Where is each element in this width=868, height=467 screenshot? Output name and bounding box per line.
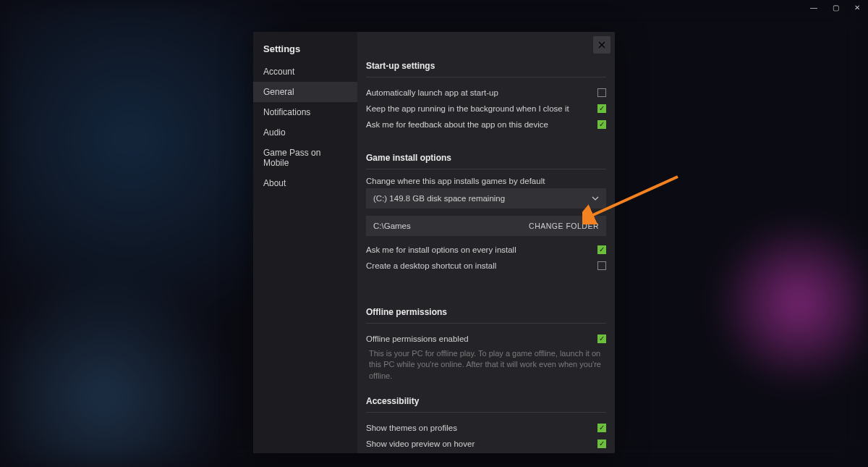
offline-subtext: This is your PC for offline play. To pla… bbox=[366, 347, 606, 382]
maximize-button[interactable]: ▢ bbox=[825, 0, 846, 14]
sidebar-item-about[interactable]: About bbox=[253, 173, 357, 193]
label-feedback: Ask me for feedback about the app on thi… bbox=[366, 120, 597, 129]
checkbox-desktop-shortcut[interactable] bbox=[597, 261, 606, 270]
section-startup: Start-up settings Automatically launch a… bbox=[366, 61, 606, 132]
settings-dialog: Settings Account General Notifications A… bbox=[253, 32, 615, 453]
section-title-startup: Start-up settings bbox=[366, 61, 606, 77]
row-show-themes: Show themes on profiles bbox=[366, 420, 606, 436]
checkbox-show-themes[interactable] bbox=[597, 424, 606, 432]
sidebar-item-audio[interactable]: Audio bbox=[253, 122, 357, 143]
sidebar-item-notifications[interactable]: Notifications bbox=[253, 102, 357, 122]
row-ask-install: Ask me for install options on every inst… bbox=[366, 242, 606, 258]
row-desktop-shortcut: Create a desktop shortcut on install bbox=[366, 258, 606, 274]
label-ask-install: Ask me for install options on every inst… bbox=[366, 245, 597, 254]
row-keep-running: Keep the app running in the background w… bbox=[366, 101, 606, 117]
close-icon bbox=[598, 41, 605, 49]
checkbox-offline-enabled[interactable] bbox=[597, 335, 606, 343]
sidebar-item-account[interactable]: Account bbox=[253, 62, 357, 82]
drive-selected-label: (C:) 149.8 GB disk space remaining bbox=[373, 194, 505, 203]
change-folder-button[interactable]: CHANGE FOLDER bbox=[529, 222, 599, 230]
row-video-preview: Show video preview on hover bbox=[366, 436, 606, 452]
row-offline-enabled: Offline permissions enabled bbox=[366, 331, 606, 347]
minimize-button[interactable]: — bbox=[803, 0, 825, 14]
label-offline-enabled: Offline permissions enabled bbox=[366, 335, 597, 343]
section-title-offline: Offline permissions bbox=[366, 307, 606, 324]
checkbox-ask-install[interactable] bbox=[597, 245, 606, 254]
label-show-themes: Show themes on profiles bbox=[366, 424, 597, 432]
sidebar-item-general[interactable]: General bbox=[253, 82, 357, 102]
window-controls: — ▢ ✕ bbox=[803, 0, 868, 14]
install-folder-path: C:\Games bbox=[373, 222, 411, 230]
checkbox-auto-launch[interactable] bbox=[597, 88, 606, 97]
section-accessibility: Accessibility Show themes on profiles Sh… bbox=[366, 396, 606, 453]
chevron-down-icon bbox=[592, 195, 599, 202]
window-close-button[interactable]: ✕ bbox=[846, 0, 868, 14]
dialog-close-button[interactable] bbox=[593, 36, 610, 54]
row-feedback: Ask me for feedback about the app on thi… bbox=[366, 117, 606, 132]
settings-sidebar: Settings Account General Notifications A… bbox=[253, 32, 357, 453]
label-auto-launch: Automatically launch app at start-up bbox=[366, 88, 597, 97]
label-keep-running: Keep the app running in the background w… bbox=[366, 104, 597, 113]
section-install: Game install options Change where this a… bbox=[366, 153, 606, 274]
dialog-title: Settings bbox=[253, 43, 357, 62]
install-folder-row: C:\Games CHANGE FOLDER bbox=[366, 216, 606, 236]
section-title-accessibility: Accessibility bbox=[366, 396, 606, 413]
section-title-install: Game install options bbox=[366, 153, 606, 169]
checkbox-feedback[interactable] bbox=[597, 120, 606, 129]
section-offline: Offline permissions Offline permissions … bbox=[366, 307, 606, 382]
sidebar-item-gamepass-mobile[interactable]: Game Pass on Mobile bbox=[253, 143, 357, 173]
checkbox-keep-running[interactable] bbox=[597, 104, 606, 113]
label-desktop-shortcut: Create a desktop shortcut on install bbox=[366, 261, 597, 270]
row-auto-launch: Automatically launch app at start-up bbox=[366, 85, 606, 101]
label-video-preview: Show video preview on hover bbox=[366, 439, 597, 448]
checkbox-video-preview[interactable] bbox=[597, 439, 606, 448]
drive-dropdown[interactable]: (C:) 149.8 GB disk space remaining bbox=[366, 188, 606, 209]
settings-content: Start-up settings Automatically launch a… bbox=[357, 32, 615, 453]
install-helper-text: Change where this app installs games by … bbox=[366, 177, 606, 185]
